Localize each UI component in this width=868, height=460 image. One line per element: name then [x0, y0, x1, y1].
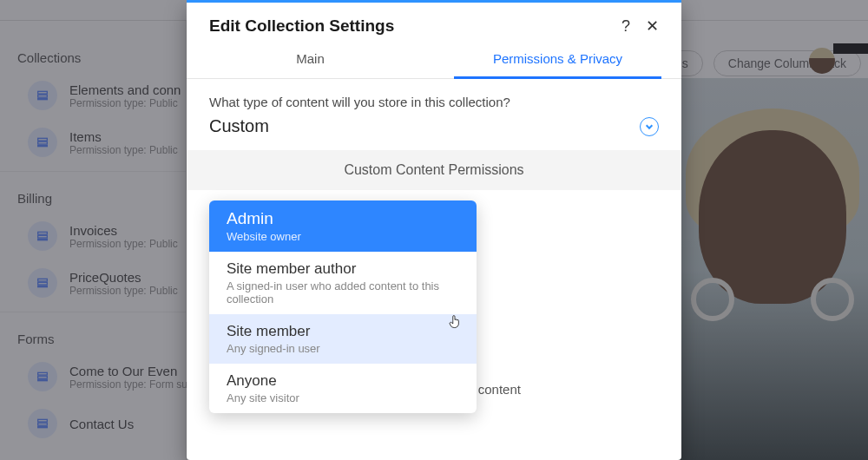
close-icon[interactable]: ✕ [646, 16, 659, 36]
dropdown-option-title: Anyone [227, 372, 459, 390]
tab-permissions[interactable]: Permissions & Privacy [434, 43, 681, 78]
section-banner: Custom Content Permissions [187, 150, 681, 190]
dropdown-option-admin[interactable]: Admin Website owner [209, 200, 477, 252]
modal-header: Edit Collection Settings ? ✕ [187, 3, 681, 43]
dropdown-option-sub: Any signed-in user [227, 342, 459, 355]
dropdown-option-sub: A signed-in user who added content to th… [227, 279, 459, 306]
dropdown-option-anyone[interactable]: Anyone Any site visitor [209, 364, 477, 413]
content-type-select[interactable]: Custom [187, 113, 681, 150]
edit-collection-settings-modal: Edit Collection Settings ? ✕ Main Permis… [187, 0, 681, 460]
content-type-value: Custom [209, 116, 269, 136]
modal-title: Edit Collection Settings [209, 16, 394, 36]
dropdown-option-title: Site member [227, 323, 459, 340]
dropdown-option-sub: Website owner [227, 230, 459, 243]
dropdown-option-title: Site member author [227, 260, 459, 278]
dropdown-option-site-member[interactable]: Site member Any signed-in user [209, 314, 477, 364]
help-icon[interactable]: ? [621, 17, 630, 36]
dropdown-option-site-member-author[interactable]: Site member author A signed-in user who … [209, 252, 477, 314]
dropdown-option-title: Admin [227, 209, 459, 228]
chevron-down-icon [640, 117, 659, 136]
modal-tabs: Main Permissions & Privacy [187, 43, 681, 79]
content-type-question: What type of content will you store in t… [187, 79, 681, 113]
permissions-area: content ntent content Site member author… [187, 190, 681, 398]
role-dropdown[interactable]: Admin Website owner Site member author A… [209, 200, 477, 413]
tab-main[interactable]: Main [187, 43, 434, 78]
modal-body: What type of content will you store in t… [187, 79, 681, 460]
dropdown-option-sub: Any site visitor [227, 391, 459, 404]
